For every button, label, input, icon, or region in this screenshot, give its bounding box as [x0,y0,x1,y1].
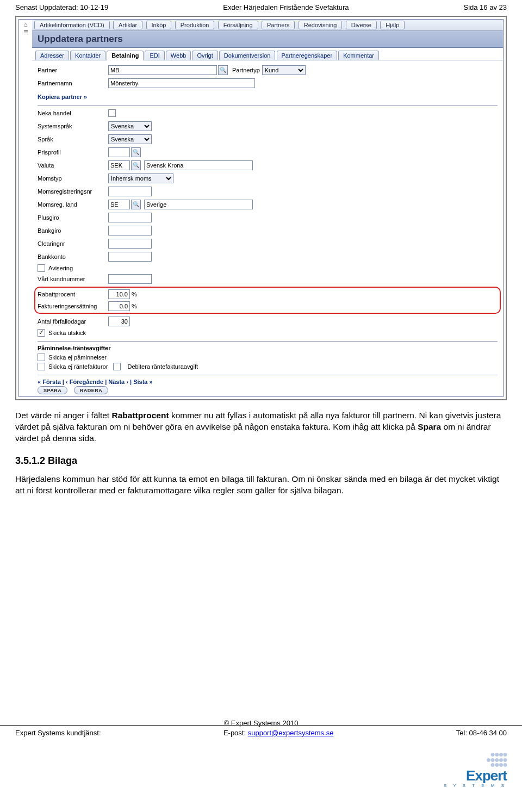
menu-diverse[interactable]: Diverse [346,21,377,29]
footer-email-link[interactable]: support@expertsystems.se [248,729,334,737]
footer-tel: Tel: 08-46 34 00 [456,729,507,737]
rabattprocent-input[interactable] [108,289,130,299]
menu-artikelinformation[interactable]: Artikelinformation (VCD) [34,21,110,29]
skicka-ej-paminnelser-checkbox[interactable] [38,354,45,361]
tab-kommentar[interactable]: Kommentar [338,51,379,60]
tab-kontakter[interactable]: Kontakter [70,51,105,60]
header-center: Exder Härjedalen Fristående Svefaktura [223,3,349,11]
menu-artiklar[interactable]: Artiklar [113,21,142,29]
radera-button[interactable]: RADERA [74,386,109,394]
neka-handel-checkbox[interactable] [108,109,116,117]
momsregnr-label: Momsregistreringsnr [38,188,108,195]
percent-sign: % [132,291,137,297]
menu-partners[interactable]: Partners [262,21,295,29]
antal-forfallodagar-label: Antal förfallodagar [38,318,108,325]
momsreg-land-code-input[interactable] [108,200,130,209]
partner-search-icon[interactable]: 🔍 [218,65,228,75]
tab-partneregenskaper[interactable]: Partneregenskaper [277,51,338,60]
momsreg-land-search-icon[interactable]: 🔍 [131,200,141,209]
momstyp-label: Momstyp [38,175,108,182]
prisprofil-label: Prisprofil [38,149,108,156]
plusgiro-label: Plusgiro [38,214,108,221]
kopiera-partner-link[interactable]: Kopiera partner » [38,94,87,100]
valuta-search-icon[interactable]: 🔍 [131,160,141,170]
menu-redovisning[interactable]: Redovisning [299,21,343,29]
menu-inkop[interactable]: Inköp [146,21,172,29]
avisering-checkbox[interactable] [38,264,45,272]
antal-forfallodagar-input[interactable] [108,317,130,326]
faktureringsersattning-input[interactable] [108,301,130,311]
body-text: Det värde ni anger i fältet Rabattprocen… [15,410,507,497]
paminnelse-section-label: Påminnelse-/ränteavgifter [38,345,498,351]
skicka-ej-rantefakturor-checkbox[interactable] [38,363,45,370]
prisprofil-input[interactable] [108,147,130,157]
bankgiro-input[interactable] [108,226,152,235]
pager-last[interactable]: Sista » [133,379,152,385]
tab-webb[interactable]: Webb [166,51,191,60]
highlight-rabatt: Rabattprocent % Faktureringsersättning % [34,287,501,314]
heading-bilaga: 3.5.1.2 Bilaga [15,454,507,467]
menu-hjalp[interactable]: Hjälp [380,21,405,29]
tab-dokumentversion[interactable]: Dokumentversion [219,51,276,60]
partnertyp-select[interactable]: Kund [262,65,306,75]
momstyp-select[interactable]: Inhemsk moms [108,173,173,183]
pager: « Första | ‹ Föregående | Nästa › | Sist… [38,377,498,386]
tab-edi[interactable]: EDI [145,51,164,60]
debitera-checkbox[interactable] [113,363,121,370]
footer-copyright: © Expert Systems 2010 [0,719,522,727]
rabattprocent-label: Rabattprocent [38,291,108,297]
valuta-label: Valuta [38,162,108,169]
tab-adresser[interactable]: Adresser [35,51,69,60]
skicka-utskick-checkbox[interactable] [38,329,45,337]
partnernamn-input[interactable] [108,78,255,88]
clearingnr-input[interactable] [108,239,152,249]
paragraph-2: Härjedalens kommun har stöd för att kunn… [15,474,507,497]
menubar: Artikelinformation (VCD) Artiklar Inköp … [32,20,503,31]
subtabs: Adresser Kontakter Betalning EDI Webb Öv… [32,48,503,60]
valuta-code-input[interactable] [108,160,130,170]
footer-email: E-post: support@expertsystems.se [223,729,334,737]
app-screenshot: ⌂ ≣ Artikelinformation (VCD) Artiklar In… [15,16,507,400]
tab-betalning[interactable]: Betalning [107,51,144,60]
paragraph-1: Det värde ni anger i fältet Rabattprocen… [15,410,507,444]
menu-forsaljning[interactable]: Försäljning [218,21,258,29]
avisering-label: Avisering [48,265,73,271]
partner-input[interactable] [108,65,217,75]
app-sidebar-icons: ⌂ ≣ [19,20,31,36]
home-icon[interactable]: ⌂ [20,21,31,28]
sprak-select[interactable]: Svenska [108,134,152,144]
partner-label: Partner [38,67,108,73]
header-right: Sida 16 av 23 [463,3,507,11]
faktureringsersattning-label: Faktureringsersättning [38,303,108,309]
bankkonto-input[interactable] [108,252,152,262]
tab-ovrigt[interactable]: Övrigt [192,51,217,60]
footer-left: Expert Systems kundtjänst: [15,729,101,737]
spara-button[interactable]: SPARA [38,386,67,394]
page-header: Senast Uppdaterad: 10-12-19 Exder Härjed… [0,0,522,14]
page-title: Uppdatera partners [32,31,503,48]
skicka-utskick-label: Skicka utskick [48,330,86,336]
page-footer: © Expert Systems 2010 Expert Systems kun… [0,725,522,745]
pager-prev[interactable]: ‹ Föregående [66,379,103,385]
pager-next[interactable]: Nästa › [108,379,128,385]
vart-kundnummer-input[interactable] [108,274,152,284]
skicka-ej-paminnelser-label: Skicka ej påminnelser [48,354,107,361]
percent-sign-2: % [132,303,137,309]
menu-produktion[interactable]: Produktion [175,21,215,29]
momsreg-land-name-input[interactable] [144,200,253,209]
form-area: Partner 🔍 Partnertyp Kund Partnernamn Ko… [32,60,503,396]
momsreg-land-label: Momsreg. land [38,201,108,208]
pager-first[interactable]: « Första [38,379,61,385]
partnernamn-label: Partnernamn [38,80,108,86]
bankkonto-label: Bankkonto [38,253,108,260]
partnertyp-label: Partnertyp [232,67,260,73]
systemsprak-label: Systemspråk [38,123,108,129]
skicka-ej-rantefakturor-label: Skicka ej räntefakturor [48,363,108,370]
momsregnr-input[interactable] [108,187,152,196]
list-icon[interactable]: ≣ [20,28,31,36]
prisprofil-search-icon[interactable]: 🔍 [131,147,141,157]
plusgiro-input[interactable] [108,213,152,222]
valuta-name-input[interactable] [144,160,253,170]
systemsprak-select[interactable]: Svenska [108,121,152,131]
vart-kundnummer-label: Vårt kundnummer [38,276,108,282]
